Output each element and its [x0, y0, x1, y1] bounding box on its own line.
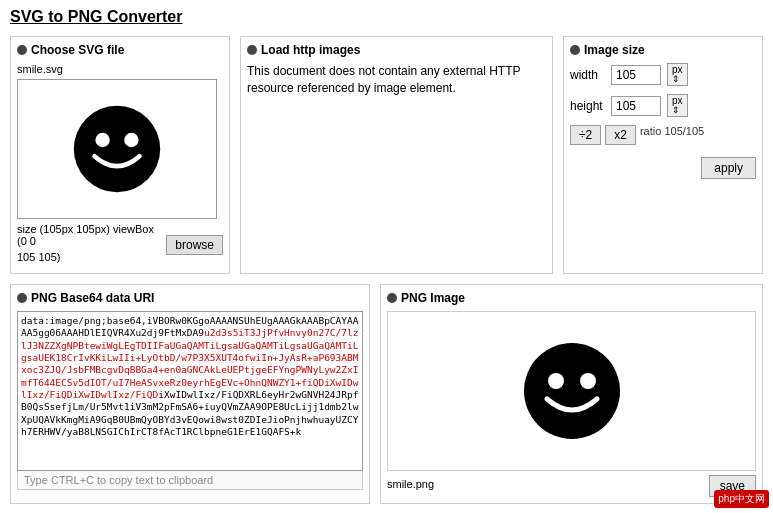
png-data-title: PNG Base64 data URI	[17, 291, 363, 305]
http-message: This document does not contain any exter…	[247, 63, 546, 97]
svg-point-3	[124, 133, 138, 147]
png-image-title: PNG Image	[387, 291, 756, 305]
smiley-svg	[72, 104, 162, 194]
bullet-icon-4	[17, 293, 27, 303]
svg-info-row: size (105px 105px) viewBox (0 0 105 105)…	[17, 223, 223, 267]
bullet-icon	[17, 45, 27, 55]
ratio-label: ratio 105/105	[640, 125, 704, 145]
page-title: SVG to PNG Converter	[10, 8, 763, 26]
svg-point-4	[524, 343, 620, 439]
browse-button[interactable]: browse	[166, 235, 223, 255]
watermark: php中文网	[714, 490, 769, 508]
svg-preview	[17, 79, 217, 219]
width-row: width px ⇕	[570, 63, 756, 86]
svg-point-2	[95, 133, 109, 147]
png-data-panel: PNG Base64 data URI data:image/png;base6…	[10, 284, 370, 504]
width-spinner-arrows[interactable]: ⇕	[672, 75, 683, 84]
height-spinner-arrows[interactable]: ⇕	[672, 106, 683, 115]
width-input[interactable]	[611, 65, 661, 85]
double-button[interactable]: x2	[605, 125, 636, 145]
png-data-display[interactable]: data:image/png;base64,iVBORw0KGgoAAAANSU…	[17, 311, 363, 471]
width-unit-spinner[interactable]: px ⇕	[667, 63, 688, 86]
choose-svg-title: Choose SVG file	[17, 43, 223, 57]
svg-filename: smile.svg	[17, 63, 223, 75]
load-http-title: Load http images	[247, 43, 546, 57]
image-size-panel: Image size width px ⇕ height px ⇕	[563, 36, 763, 274]
image-size-title: Image size	[570, 43, 756, 57]
svg-size-info2: 105 105)	[17, 251, 166, 263]
svg-size-info: size (105px 105px) viewBox (0 0	[17, 223, 166, 247]
choose-svg-panel: Choose SVG file smile.svg	[10, 36, 230, 274]
half-button[interactable]: ÷2	[570, 125, 601, 145]
height-input[interactable]	[611, 96, 661, 116]
bullet-icon-2	[247, 45, 257, 55]
size-buttons-row: ÷2 x2 ratio 105/105	[570, 125, 756, 145]
height-label: height	[570, 99, 605, 113]
load-http-panel: Load http images This document does not …	[240, 36, 553, 274]
width-label: width	[570, 68, 605, 82]
svg-point-6	[580, 373, 596, 389]
png-preview	[387, 311, 756, 471]
height-unit-spinner[interactable]: px ⇕	[667, 94, 688, 117]
copy-hint: Type CTRL+C to copy text to clipboard	[17, 471, 363, 490]
bullet-icon-5	[387, 293, 397, 303]
bullet-icon-3	[570, 45, 580, 55]
png-smiley-svg	[522, 341, 622, 441]
png-image-panel: PNG Image smile.png save	[380, 284, 763, 504]
png-filename: smile.png	[387, 478, 434, 490]
apply-button[interactable]: apply	[701, 157, 756, 179]
height-row: height px ⇕	[570, 94, 756, 117]
svg-point-1	[79, 111, 155, 187]
svg-point-5	[548, 373, 564, 389]
